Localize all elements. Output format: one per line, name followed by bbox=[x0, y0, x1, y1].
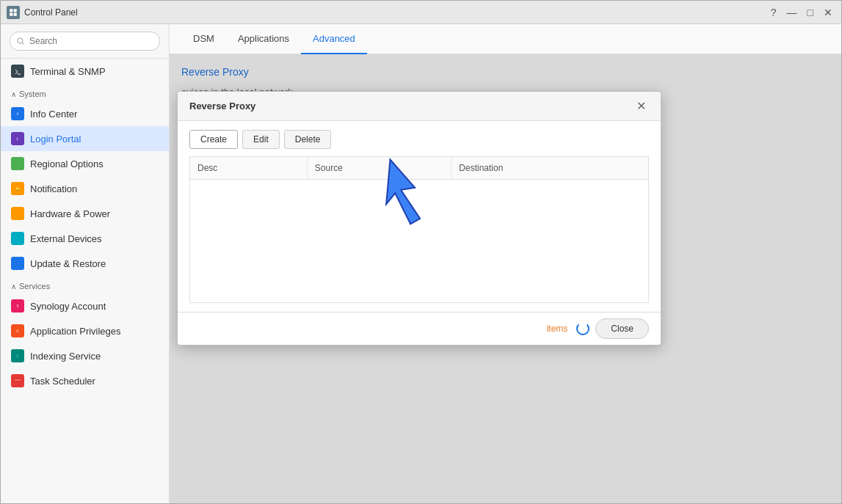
tasksch-icon bbox=[11, 374, 24, 387]
tab-applications[interactable]: Applications bbox=[226, 24, 301, 54]
update-label: Update & Restore bbox=[30, 258, 106, 269]
sidebar-item-synology[interactable]: S Synology Account bbox=[1, 293, 169, 318]
svg-text:L: L bbox=[17, 136, 19, 141]
svg-rect-2 bbox=[10, 12, 12, 15]
main-area: Reverse Proxy evices in the local networ… bbox=[170, 54, 841, 503]
title-bar: Control Panel ? — □ ✕ bbox=[1, 1, 841, 24]
terminal-label: Terminal & SNMP bbox=[30, 66, 106, 77]
refresh-button[interactable] bbox=[576, 322, 589, 335]
tab-bar: DSM Applications Advanced bbox=[170, 24, 841, 54]
svg-rect-1 bbox=[14, 9, 17, 12]
close-window-button[interactable]: ✕ bbox=[821, 7, 835, 18]
login-label: Login Portal bbox=[30, 134, 81, 145]
tab-dsm[interactable]: DSM bbox=[181, 24, 226, 54]
main-content: DSM Applications Advanced Reverse Proxy … bbox=[170, 24, 841, 503]
svg-rect-25 bbox=[15, 379, 21, 384]
update-icon bbox=[11, 257, 24, 270]
dialog-body: Create Edit Delete Desc Source Dest bbox=[178, 121, 661, 312]
sidebar-item-update[interactable]: Update & Restore bbox=[1, 251, 169, 276]
items-text: items bbox=[547, 324, 568, 334]
control-panel-icon bbox=[7, 6, 20, 19]
svg-rect-0 bbox=[10, 9, 12, 12]
dialog-close-button[interactable]: ✕ bbox=[634, 99, 649, 113]
sidebar-item-external[interactable]: External Devices bbox=[1, 226, 169, 251]
svg-text:I: I bbox=[17, 354, 18, 358]
svg-rect-3 bbox=[14, 12, 17, 15]
hardware-label: Hardware & Power bbox=[30, 208, 110, 219]
sidebar-item-tasksch[interactable]: Task Scheduler bbox=[1, 368, 169, 393]
svg-text:A: A bbox=[16, 329, 18, 333]
synology-icon: S bbox=[11, 299, 24, 313]
apppriv-icon: A bbox=[11, 324, 24, 337]
svg-text:S: S bbox=[16, 304, 18, 308]
svg-rect-26 bbox=[16, 378, 17, 379]
sidebar-item-hardware[interactable]: Hardware & Power bbox=[1, 201, 169, 226]
proxy-table: Desc Source Destination bbox=[190, 157, 648, 180]
notification-label: Notification bbox=[30, 183, 77, 194]
col-destination: Destination bbox=[451, 157, 648, 180]
services-section-header: Services bbox=[1, 276, 169, 293]
indexing-icon: I bbox=[11, 349, 24, 362]
terminal-icon bbox=[11, 65, 24, 78]
col-source: Source bbox=[307, 157, 451, 180]
apppriv-label: Application Privileges bbox=[30, 326, 121, 337]
search-container bbox=[1, 24, 169, 59]
close-button[interactable]: Close bbox=[595, 318, 649, 339]
window-controls: ? — □ ✕ bbox=[768, 7, 835, 18]
window-title: Control Panel bbox=[24, 7, 768, 18]
delete-button[interactable]: Delete bbox=[284, 130, 332, 149]
dialog-header: Reverse Proxy ✕ bbox=[178, 92, 661, 121]
notification-icon: 🔔 bbox=[11, 182, 24, 195]
dialog-footer: items Close bbox=[178, 312, 661, 345]
login-icon: L bbox=[11, 132, 24, 145]
dialog-toolbar: Create Edit Delete bbox=[189, 130, 649, 149]
sidebar-item-notification[interactable]: 🔔 Notification bbox=[1, 176, 169, 201]
edit-button[interactable]: Edit bbox=[242, 130, 280, 149]
external-icon bbox=[11, 232, 24, 245]
external-label: External Devices bbox=[30, 233, 102, 244]
regional-label: Regional Options bbox=[30, 158, 104, 169]
maximize-button[interactable]: □ bbox=[805, 7, 816, 18]
sidebar-item-indexing[interactable]: I Indexing Service bbox=[1, 343, 169, 368]
proxy-table-container: Desc Source Destination bbox=[189, 156, 649, 303]
tasksch-label: Task Scheduler bbox=[30, 376, 95, 387]
indexing-label: Indexing Service bbox=[30, 351, 101, 362]
col-desc: Desc bbox=[190, 157, 307, 180]
svg-rect-27 bbox=[19, 378, 20, 379]
dialog-title: Reverse Proxy bbox=[189, 101, 255, 112]
minimize-button[interactable]: — bbox=[784, 7, 800, 18]
system-section-header: System bbox=[1, 84, 169, 101]
sidebar: Terminal & SNMP System i Info Center L L… bbox=[1, 24, 170, 503]
help-button[interactable]: ? bbox=[768, 7, 780, 18]
tab-advanced[interactable]: Advanced bbox=[301, 24, 367, 54]
sidebar-item-terminal[interactable]: Terminal & SNMP bbox=[1, 59, 169, 84]
svg-point-15 bbox=[17, 213, 19, 215]
info-label: Info Center bbox=[30, 109, 77, 120]
svg-text:🔔: 🔔 bbox=[15, 186, 21, 191]
sidebar-item-login[interactable]: L Login Portal bbox=[1, 126, 169, 151]
svg-rect-16 bbox=[15, 237, 21, 241]
sidebar-item-regional[interactable]: Regional Options bbox=[1, 151, 169, 176]
hardware-icon bbox=[11, 207, 24, 220]
sidebar-item-apppriv[interactable]: A Application Privileges bbox=[1, 318, 169, 343]
search-input[interactable] bbox=[10, 32, 160, 51]
regional-icon bbox=[11, 157, 24, 170]
create-button[interactable]: Create bbox=[189, 130, 238, 149]
window: Control Panel ? — □ ✕ Terminal & SNMP Sy bbox=[0, 0, 842, 504]
app-body: Terminal & SNMP System i Info Center L L… bbox=[1, 24, 841, 503]
sidebar-item-info[interactable]: i Info Center bbox=[1, 101, 169, 126]
info-icon: i bbox=[11, 107, 24, 120]
synology-label: Synology Account bbox=[30, 301, 106, 312]
reverse-proxy-dialog: Reverse Proxy ✕ Create Edit Delete bbox=[177, 91, 661, 346]
